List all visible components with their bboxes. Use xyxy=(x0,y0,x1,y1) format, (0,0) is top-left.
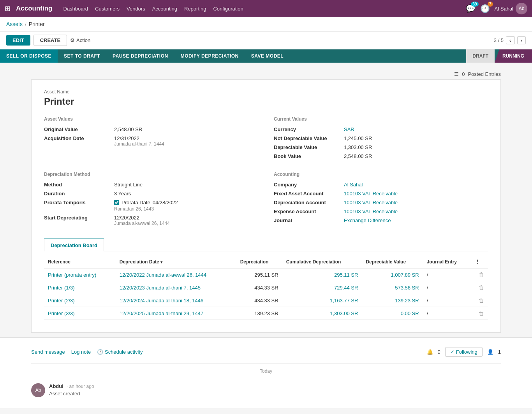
asset-name: Printer xyxy=(44,96,488,107)
posted-entries-area: ☰ 0 Posted Entries xyxy=(31,67,501,79)
modify-depreciation-button[interactable]: MODIFY DEPRECIATION xyxy=(174,49,245,63)
row-delete-cell: 🗑 xyxy=(471,281,488,294)
clock-activity-icon: 🕐 xyxy=(97,349,103,355)
toolbar: EDIT CREATE ⚙ Action 3 / 5 ‹ › xyxy=(0,32,532,49)
message-header: Abdul · an hour ago xyxy=(49,383,501,389)
row-reference[interactable]: Printer (2/3) xyxy=(44,294,116,307)
original-value-row: Original Value 2,548.00 SR xyxy=(44,126,258,132)
currency-value[interactable]: SAR xyxy=(344,126,354,132)
start-depreciating-hijri: Jumada al-awwal 26, 1444 xyxy=(114,221,170,226)
action-label: Action xyxy=(76,37,90,43)
posted-entries-count: 0 xyxy=(462,71,465,77)
row-journal-entry: / xyxy=(423,281,471,294)
message-text: Asset created xyxy=(49,391,501,396)
row-cumulative[interactable]: 295.11 SR xyxy=(282,268,362,281)
user-info[interactable]: Al Sahal Ab xyxy=(495,3,527,14)
row-depreciation-date[interactable]: 12/20/2025 Jumada al-thani 29, 1447 xyxy=(116,307,236,320)
row-journal-entry: / xyxy=(423,294,471,307)
asset-name-label: Asset Name xyxy=(44,89,488,95)
set-to-draft-button[interactable]: SET TO DRAFT xyxy=(58,49,106,63)
company-value[interactable]: Al Sahal xyxy=(344,182,363,188)
company-row: Company Al Sahal xyxy=(274,182,488,188)
delete-row-button[interactable]: 🗑 xyxy=(479,310,484,316)
nav-customers[interactable]: Customers xyxy=(95,6,120,12)
col-depreciable-value[interactable]: Depreciable Value xyxy=(362,256,423,268)
delete-row-button[interactable]: 🗑 xyxy=(479,297,484,303)
row-reference[interactable]: Printer (prorata entry) xyxy=(44,268,116,281)
prorata-hijri: Ramadan 26, 1443 xyxy=(114,206,178,212)
row-cumulative[interactable]: 1,303.00 SR xyxy=(282,307,362,320)
row-reference[interactable]: Printer (3/3) xyxy=(44,307,116,320)
log-note-button[interactable]: Log note xyxy=(71,349,91,355)
hamburger-icon: ☰ xyxy=(454,71,459,77)
posted-entries-button[interactable]: ☰ 0 Posted Entries xyxy=(454,71,501,77)
nav-accounting[interactable]: Accounting xyxy=(152,6,177,12)
action-button[interactable]: ⚙ Action xyxy=(70,37,90,43)
chatter-right: 🔔 0 ✓ Following 👤 1 xyxy=(427,347,501,357)
tab-depreciation-board[interactable]: Depreciation Board xyxy=(44,239,104,251)
original-value-label: Original Value xyxy=(44,126,114,132)
tab-navigation: Depreciation Board xyxy=(44,239,488,251)
message-body: Abdul · an hour ago Asset created xyxy=(49,383,501,397)
expense-account-value[interactable]: 100103 VAT Receivable xyxy=(344,209,398,214)
create-button[interactable]: CREATE xyxy=(33,35,67,46)
col-cumulative[interactable]: Cumulative Depreciation xyxy=(282,256,362,268)
delete-row-button[interactable]: 🗑 xyxy=(479,272,484,278)
col-depreciation[interactable]: Depreciation xyxy=(236,256,282,268)
avatar[interactable]: Ab xyxy=(516,3,527,14)
clock-icon[interactable]: 🕐 7 xyxy=(480,4,490,13)
save-model-button[interactable]: SAVE MODEL xyxy=(245,49,290,63)
row-cumulative[interactable]: 729.44 SR xyxy=(282,281,362,294)
table-row: Printer (prorata entry) 12/20/2022 Jumad… xyxy=(44,268,488,281)
row-depreciation-date[interactable]: 12/20/2024 Jumada al-thani 18, 1446 xyxy=(116,294,236,307)
col-journal-entry[interactable]: Journal Entry xyxy=(423,256,471,268)
row-depreciable-value[interactable]: 573.56 SR xyxy=(362,281,423,294)
row-cumulative[interactable]: 1,163.77 SR xyxy=(282,294,362,307)
following-button[interactable]: ✓ Following xyxy=(445,347,483,357)
breadcrumb-parent[interactable]: Assets xyxy=(6,21,23,27)
col-reference[interactable]: Reference xyxy=(44,256,116,268)
notification-badge: 39 xyxy=(471,2,478,7)
col-depreciation-date[interactable]: Depreciation Date ▾ xyxy=(116,256,236,268)
nav-configuration[interactable]: Configuration xyxy=(213,6,243,12)
breadcrumb-current: Printer xyxy=(29,21,45,27)
prev-record-button[interactable]: ‹ xyxy=(506,36,514,44)
nav-links: Dashboard Customers Vendors Accounting R… xyxy=(63,6,463,12)
main-content: ☰ 0 Posted Entries Asset Name Printer As… xyxy=(0,63,532,337)
row-depreciation-date[interactable]: 12/20/2023 Jumada al-thani 7, 1445 xyxy=(116,281,236,294)
nav-vendors[interactable]: Vendors xyxy=(127,6,145,12)
row-reference[interactable]: Printer (1/3) xyxy=(44,281,116,294)
expense-account-label: Expense Account xyxy=(274,209,344,214)
grid-icon[interactable]: ⊞ xyxy=(5,4,11,13)
row-depreciable-value[interactable]: 139.23 SR xyxy=(362,294,423,307)
next-record-button[interactable]: › xyxy=(517,36,526,44)
action-bar: SELL OR DISPOSE SET TO DRAFT PAUSE DEPRE… xyxy=(0,49,532,63)
fixed-asset-account-value[interactable]: 100103 VAT Receivable xyxy=(344,191,398,196)
row-journal-entry: / xyxy=(423,268,471,281)
schedule-activity-button[interactable]: 🕐 Schedule activity xyxy=(97,349,143,355)
sell-or-dispose-button[interactable]: SELL OR DISPOSE xyxy=(0,49,58,63)
depreciation-account-row: Depreciation Account 100103 VAT Receivab… xyxy=(274,200,488,205)
nav-reporting[interactable]: Reporting xyxy=(184,6,206,12)
depreciation-account-value[interactable]: 100103 VAT Receivable xyxy=(344,200,398,205)
row-depreciation: 295.11 SR xyxy=(236,268,282,281)
asset-values-section-title: Asset Values xyxy=(44,116,258,122)
edit-button[interactable]: EDIT xyxy=(6,35,30,46)
journal-value[interactable]: Exchange Difference xyxy=(344,218,391,223)
acquisition-date-hijri: Jumada al-thani 7, 1444 xyxy=(114,141,164,147)
delete-row-button[interactable]: 🗑 xyxy=(479,284,484,291)
nav-dashboard[interactable]: Dashboard xyxy=(63,6,88,12)
asset-card: Asset Name Printer Asset Values Original… xyxy=(31,79,501,333)
notification-icon[interactable]: 💬 39 xyxy=(466,4,476,13)
pause-depreciation-button[interactable]: PAUSE DEPRECIATION xyxy=(106,49,174,63)
message-time: · an hour ago xyxy=(67,384,94,389)
fixed-asset-account-row: Fixed Asset Account 100103 VAT Receivabl… xyxy=(274,191,488,196)
send-message-button[interactable]: Send message xyxy=(31,349,65,355)
row-depreciable-value[interactable]: 0.00 SR xyxy=(362,307,423,320)
depreciation-method-title: Depreciation Method xyxy=(44,172,258,177)
row-depreciation-date[interactable]: 12/20/2022 Jumada al-awwal 26, 1444 xyxy=(116,268,236,281)
row-depreciable-value[interactable]: 1,007.89 SR xyxy=(362,268,423,281)
book-value-label: Book Value xyxy=(274,153,344,159)
members-icon: 👤 xyxy=(487,349,493,355)
prorata-checkbox[interactable] xyxy=(114,200,119,205)
